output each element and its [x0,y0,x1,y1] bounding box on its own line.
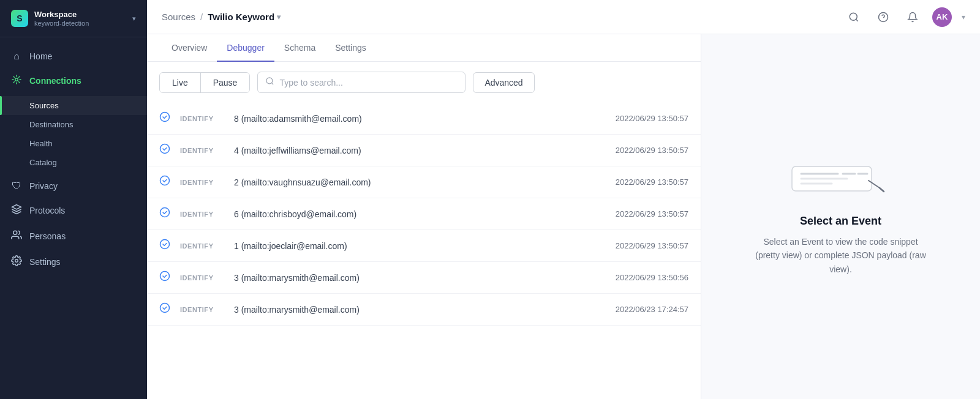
personas-icon [11,229,22,243]
sidebar-item-settings[interactable]: Settings [0,249,147,275]
tab-debugger-label: Debugger [227,43,265,53]
event-row[interactable]: IDENTIFY 3 (mailto:marysmith@email.com) … [147,262,701,294]
tab-overview[interactable]: Overview [162,34,217,61]
event-row[interactable]: IDENTIFY 8 (mailto:adamsmith@email.com) … [147,103,701,135]
settings-icon [11,255,22,269]
select-event-title: Select an Event [800,215,881,228]
user-avatar[interactable]: AK [932,7,952,27]
event-check-icon [159,270,170,285]
event-row[interactable]: IDENTIFY 3 (mailto:marysmith@email.com) … [147,294,701,326]
topbar: Sources / Twilio Keyword ▾ [147,0,980,34]
sidebar: S Workspace keyword-detection ▾ ⌂ Home C… [0,0,147,399]
topbar-icons: AK ▾ [844,7,965,27]
main: Sources / Twilio Keyword ▾ [147,0,980,399]
event-type: IDENTIFY [180,211,224,218]
avatar-dropdown-icon[interactable]: ▾ [962,13,965,21]
breadcrumb-separator: / [200,12,203,22]
event-time: 2022/06/29 13:50:57 [616,209,688,218]
live-pause-group: Live Pause [159,72,250,93]
svg-point-7 [160,113,170,122]
sidebar-item-health[interactable]: Health [0,134,147,153]
workspace-dropdown-icon[interactable]: ▾ [132,15,136,23]
sidebar-logo[interactable]: S Workspace keyword-detection ▾ [0,0,147,37]
left-panel: Overview Debugger Schema Settings Live P… [147,34,701,399]
event-name: 8 (mailto:adamsmith@email.com) [234,114,606,124]
breadcrumb-current: Twilio Keyword ▾ [208,12,281,22]
privacy-icon: 🛡 [11,181,22,192]
sidebar-item-home[interactable]: ⌂ Home [0,45,147,68]
svg-point-8 [160,144,170,154]
breadcrumb-parent[interactable]: Sources [162,12,195,22]
sidebar-item-privacy[interactable]: 🛡 Privacy [0,174,147,198]
breadcrumb-dropdown-icon[interactable]: ▾ [277,13,281,21]
tab-overview-label: Overview [172,43,207,53]
sidebar-item-protocols[interactable]: Protocols [0,198,147,223]
sidebar-item-destinations[interactable]: Destinations [0,115,147,134]
event-type: IDENTIFY [180,115,224,122]
event-time: 2022/06/29 13:50:57 [616,146,688,155]
event-check-icon [159,239,170,253]
sidebar-nav: ⌂ Home Connections Sources Destinations … [0,37,147,399]
connections-icon [11,74,22,88]
pause-button[interactable]: Pause [200,73,250,92]
event-check-icon [159,143,170,157]
event-name: 6 (mailto:chrisboyd@email.com) [234,209,606,219]
tab-settings[interactable]: Settings [325,34,376,61]
event-type: IDENTIFY [180,274,224,282]
event-check-icon [159,207,170,221]
svg-point-6 [266,78,273,84]
event-name: 3 (mailto:marysmith@email.com) [234,305,606,315]
sidebar-item-connections[interactable]: Connections [0,68,147,94]
page-content: Overview Debugger Schema Settings Live P… [147,34,980,399]
protocols-icon [11,204,22,217]
breadcrumb: Sources / Twilio Keyword ▾ [162,12,281,22]
svg-point-2 [15,259,18,263]
event-time: 2022/06/29 13:50:57 [616,114,688,123]
svg-point-1 [13,231,17,234]
search-input[interactable] [279,78,458,88]
event-check-icon [159,302,170,316]
event-name: 4 (mailto:jeffwilliams@email.com) [234,146,606,155]
event-check-icon [159,175,170,189]
event-time: 2022/06/29 13:50:57 [616,241,688,250]
svg-point-12 [160,272,170,281]
search-box[interactable] [257,72,466,93]
event-time: 2022/06/23 17:24:57 [616,305,688,314]
tab-settings-label: Settings [335,43,366,53]
tabs: Overview Debugger Schema Settings [147,34,701,62]
event-row[interactable]: IDENTIFY 2 (mailto:vaughnsuazu@email.com… [147,166,701,198]
sidebar-item-catalog[interactable]: Catalog [0,153,147,172]
sidebar-item-privacy-label: Privacy [29,181,58,191]
tab-schema[interactable]: Schema [274,34,325,61]
event-time: 2022/06/29 13:50:57 [616,177,688,187]
notifications-button[interactable] [903,7,922,27]
toolbar: Live Pause Advanced [147,62,701,103]
help-button[interactable] [873,7,893,27]
sidebar-item-settings-label: Settings [29,257,61,267]
sidebar-item-personas[interactable]: Personas [0,223,147,249]
right-panel: Select an Event Select an Event to view … [701,34,980,399]
event-type: IDENTIFY [180,179,224,186]
sidebar-item-home-label: Home [29,51,52,61]
workspace-sub: keyword-detection [34,20,89,27]
sidebar-item-connections-label: Connections [29,76,81,86]
event-row[interactable]: IDENTIFY 1 (mailto:joeclair@email.com) 2… [147,230,701,262]
logo-icon: S [11,10,28,27]
event-name: 3 (mailto:marysmith@email.com) [234,273,606,283]
search-icon [265,76,274,88]
advanced-button[interactable]: Advanced [473,72,534,93]
event-time: 2022/06/29 13:50:56 [616,273,688,282]
sidebar-item-sources[interactable]: Sources [0,96,147,115]
event-type: IDENTIFY [180,306,224,313]
live-button[interactable]: Live [160,73,200,92]
tab-schema-label: Schema [284,43,315,53]
svg-point-9 [160,176,170,185]
sidebar-item-protocols-label: Protocols [29,206,65,215]
event-row[interactable]: IDENTIFY 6 (mailto:chrisboyd@email.com) … [147,198,701,230]
select-event-description: Select an Event to view the code snippet… [755,235,927,276]
workspace-name: Workspace [34,10,89,20]
event-row[interactable]: IDENTIFY 4 (mailto:jeffwilliams@email.co… [147,135,701,166]
search-button[interactable] [844,7,864,27]
tab-debugger[interactable]: Debugger [217,34,274,61]
svg-point-13 [160,304,170,313]
